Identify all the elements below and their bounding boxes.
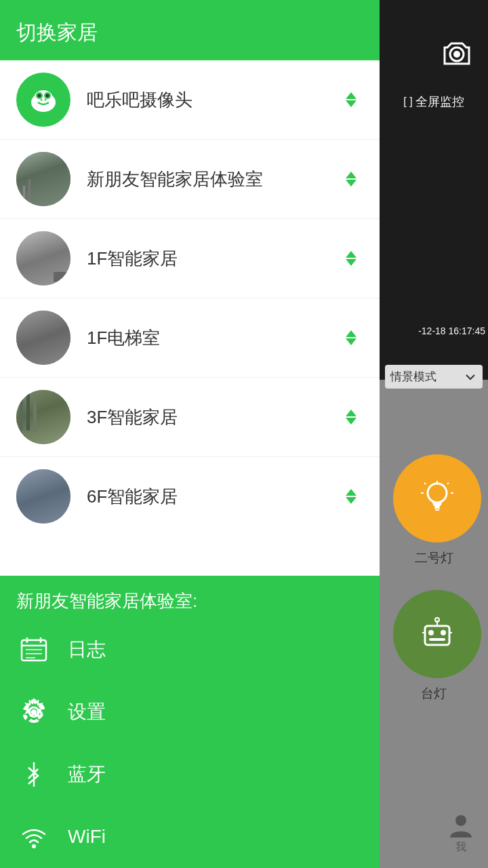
- svg-point-2: [428, 484, 447, 502]
- log-label: 日志: [68, 637, 106, 663]
- svg-point-12: [441, 630, 446, 635]
- bluetooth-label: 蓝牙: [68, 762, 106, 787]
- scene-mode-area[interactable]: 情景模式: [380, 359, 488, 394]
- svg-point-25: [46, 94, 49, 98]
- camera-icon-area[interactable]: [442, 41, 472, 65]
- bottom-panel: 新朋友智能家居体验室: 日志: [0, 576, 380, 868]
- svg-rect-13: [429, 638, 445, 641]
- svg-point-37: [31, 709, 37, 715]
- list-item[interactable]: 1F电梯室: [0, 298, 380, 378]
- frog-logo-icon: [23, 79, 64, 120]
- arrow-up-icon: [346, 251, 357, 258]
- list-item[interactable]: 3F智能家居: [0, 378, 380, 457]
- arrow-down-icon: [346, 259, 357, 266]
- sort-arrows: [346, 410, 357, 425]
- user-icon: [447, 812, 474, 839]
- svg-point-38: [32, 844, 36, 848]
- arrow-down-icon: [346, 418, 357, 425]
- home-list: 吧乐吧摄像头 新朋友智能家居体验室: [0, 60, 380, 576]
- bottom-panel-title: 新朋友智能家居体验室:: [0, 576, 380, 618]
- svg-line-8: [447, 483, 449, 484]
- sort-icon[interactable]: [339, 326, 363, 350]
- arrow-up-icon: [346, 489, 357, 496]
- header-title: 切换家居: [16, 19, 98, 47]
- sort-icon[interactable]: [339, 167, 363, 191]
- robot-button[interactable]: [393, 590, 481, 678]
- sort-arrows: [346, 330, 357, 345]
- sort-icon[interactable]: [339, 87, 363, 112]
- list-item-name: 1F电梯室: [87, 326, 339, 350]
- svg-point-15: [435, 618, 439, 622]
- sort-icon[interactable]: [339, 484, 363, 509]
- sort-arrows: [346, 489, 357, 504]
- fullscreen-bracket: [ ]: [403, 96, 412, 108]
- list-item-name: 6F智能家居: [87, 485, 339, 509]
- list-item-name: 1F智能家居: [87, 247, 339, 271]
- sort-icon[interactable]: [339, 246, 363, 271]
- svg-line-9: [424, 483, 426, 484]
- avatar: [16, 231, 70, 285]
- list-item-name: 新朋友智能家居体验室: [87, 167, 339, 191]
- avatar: [16, 311, 70, 365]
- me-button[interactable]: 我: [447, 812, 474, 854]
- log-menu-item[interactable]: 日志: [0, 618, 380, 681]
- wifi-label: WiFi: [68, 826, 106, 848]
- main-panel: 切换家居: [0, 0, 380, 868]
- sort-arrows: [346, 251, 357, 266]
- list-item[interactable]: 吧乐吧摄像头: [0, 60, 380, 140]
- calendar-icon: [16, 632, 52, 667]
- list-item[interactable]: 1F智能家居: [0, 219, 380, 298]
- wifi-menu-item[interactable]: WiFi: [0, 806, 380, 868]
- svg-point-27: [45, 99, 47, 101]
- avatar: [16, 73, 70, 127]
- scene-mode-label: 情景模式: [390, 369, 464, 384]
- arrow-up-icon: [346, 172, 357, 178]
- svg-point-24: [38, 94, 41, 98]
- svg-point-18: [455, 815, 466, 826]
- fullscreen-label: 全屏监控: [415, 94, 464, 110]
- bulb-icon: [417, 478, 458, 519]
- sort-arrows: [346, 92, 357, 107]
- sort-arrows: [346, 172, 357, 186]
- svg-point-11: [428, 630, 434, 635]
- list-item[interactable]: 6F智能家居: [0, 457, 380, 536]
- settings-menu-item[interactable]: 设置: [0, 681, 380, 743]
- chevron-down-icon: [464, 370, 477, 384]
- camera-icon: [442, 41, 472, 65]
- list-item-name: 3F智能家居: [87, 406, 339, 429]
- light-name: 二号灯: [380, 549, 488, 567]
- bluetooth-icon: [16, 757, 52, 792]
- arrow-down-icon: [346, 338, 357, 345]
- list-item-name: 吧乐吧摄像头: [87, 88, 339, 112]
- avatar: [16, 390, 70, 444]
- lamp-name: 台灯: [380, 685, 488, 703]
- robot-icon: [417, 614, 458, 654]
- svg-point-26: [41, 99, 43, 101]
- avatar: [16, 152, 70, 206]
- arrow-up-icon: [346, 410, 357, 416]
- avatar: [16, 469, 70, 524]
- bluetooth-menu-item[interactable]: 蓝牙: [0, 743, 380, 806]
- svg-point-1: [453, 51, 460, 58]
- wifi-icon: [16, 819, 52, 854]
- settings-label: 设置: [68, 699, 106, 725]
- arrow-up-icon: [346, 92, 357, 99]
- svg-rect-10: [425, 626, 449, 645]
- gear-icon: [16, 694, 52, 730]
- me-label: 我: [455, 840, 466, 854]
- light-bulb-button[interactable]: [393, 454, 481, 542]
- lamp-label-text: 台灯: [421, 686, 447, 701]
- timestamp: -12-18 16:17:45: [418, 326, 485, 336]
- sort-icon[interactable]: [339, 405, 363, 429]
- fullscreen-area[interactable]: [ ] 全屏监控: [380, 88, 488, 115]
- header: 切换家居: [0, 0, 380, 60]
- arrow-down-icon: [346, 497, 357, 504]
- arrow-down-icon: [346, 100, 357, 107]
- light-label-text: 二号灯: [415, 551, 453, 565]
- arrow-up-icon: [346, 330, 357, 337]
- right-overlay: [ ] 全屏监控 -12-18 16:17:45 情景模式 二号灯: [380, 0, 488, 868]
- arrow-down-icon: [346, 180, 357, 186]
- list-item[interactable]: 新朋友智能家居体验室: [0, 140, 380, 219]
